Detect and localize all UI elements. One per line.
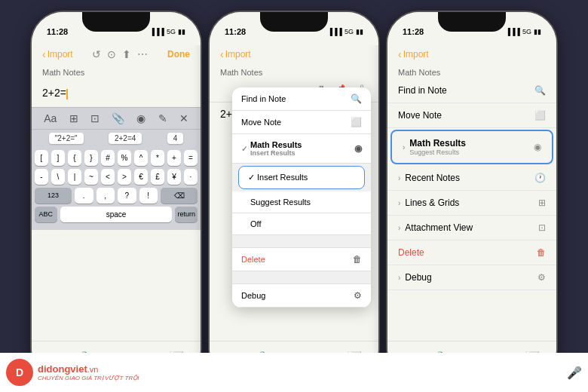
- nav-done-1[interactable]: Done: [167, 49, 190, 60]
- nav-icon-upload[interactable]: ⬆: [122, 48, 131, 60]
- menu-divider2-2: [232, 271, 371, 284]
- key-abc[interactable]: ABC: [35, 207, 57, 222]
- brand-slogan: CHUYÊN GIAO GIÁ TRỊ VƯỢT TRỘI: [38, 375, 139, 381]
- brand-bar: D didongviet.vn CHUYÊN GIAO GIÁ TRỊ VƯỢT…: [0, 353, 588, 392]
- key-pipe[interactable]: |: [68, 169, 81, 185]
- key-brace-close[interactable]: }: [84, 150, 98, 166]
- toolbar-attach[interactable]: 📎: [112, 112, 124, 124]
- signal-icon-2: ▐▐▐: [328, 28, 342, 35]
- key-123[interactable]: 123: [35, 188, 72, 204]
- signal-icon-3: ▐▐▐: [506, 28, 520, 35]
- back-label-2: Import: [225, 49, 251, 60]
- menu-move-note[interactable]: Move Note ⬜: [232, 111, 371, 134]
- key-backslash[interactable]: \: [51, 169, 65, 185]
- toolbar-aa[interactable]: Aa: [44, 112, 57, 124]
- toolbar-close[interactable]: ✕: [179, 112, 188, 124]
- menu-suggest-results[interactable]: Suggest Results: [232, 191, 371, 213]
- side-menu-3: Find in Note 🔍 Move Note ⬜ › Math Result…: [387, 78, 556, 341]
- key-caret[interactable]: ^: [134, 150, 148, 166]
- keyboard-1: [ ] { } # % ^ * + = - \ | ~ < > € £ ¥: [32, 147, 201, 230]
- key-exclaim[interactable]: !: [139, 188, 158, 204]
- toolbar-table[interactable]: ⊞: [69, 112, 78, 124]
- battery-icon-1: ▮▮: [178, 28, 185, 35]
- key-question[interactable]: ?: [118, 188, 136, 204]
- key-dot[interactable]: .: [75, 188, 93, 204]
- side-delete[interactable]: Delete 🗑: [387, 240, 556, 265]
- back-arrow-1: ‹: [42, 48, 46, 60]
- search-icon-2: 🔍: [351, 93, 362, 104]
- toolbar-scribble[interactable]: ✎: [158, 112, 167, 124]
- key-pound[interactable]: £: [151, 169, 164, 185]
- side-attachment-view[interactable]: › Attachment View ⊡: [387, 216, 556, 240]
- key-comma[interactable]: ,: [96, 188, 115, 204]
- attachment-view-label: Attachment View: [405, 222, 473, 233]
- key-row-4: ABC space return: [35, 207, 198, 222]
- key-return[interactable]: return: [175, 207, 198, 222]
- side-math-results[interactable]: › Math Results Suggest Results ◉: [390, 130, 553, 164]
- key-delete[interactable]: ⌫: [161, 188, 198, 204]
- key-gt[interactable]: >: [118, 169, 131, 185]
- side-lines-grids[interactable]: › Lines & Grids ⊞: [387, 191, 556, 216]
- suggestion-3[interactable]: 4: [167, 133, 184, 144]
- key-space[interactable]: space: [60, 207, 173, 222]
- wifi-icon-3: 5G: [522, 28, 531, 35]
- key-hash[interactable]: #: [101, 150, 115, 166]
- nav-icon-rotate[interactable]: ↺: [92, 48, 101, 60]
- key-bullet[interactable]: ·: [184, 169, 198, 185]
- menu-find-note[interactable]: Find in Note 🔍: [232, 87, 371, 111]
- math-results-label: Math Results: [409, 138, 466, 149]
- delete-label-3: Delete: [398, 247, 424, 258]
- note-title-1: Math Notes: [42, 68, 84, 77]
- note-title-2: Math Notes: [220, 68, 262, 77]
- key-bracket-close[interactable]: ]: [51, 150, 65, 166]
- key-tilde[interactable]: ~: [84, 169, 98, 185]
- key-brace-open[interactable]: {: [68, 150, 81, 166]
- menu-debug-2[interactable]: Debug ⚙: [232, 284, 371, 308]
- notch-3: [438, 12, 506, 32]
- debug-chevron-icon: ›: [398, 274, 400, 282]
- key-minus[interactable]: -: [35, 169, 48, 185]
- mic-icon[interactable]: 🎤: [567, 366, 582, 380]
- wifi-icon-2: 5G: [345, 28, 354, 35]
- toolbar-circle[interactable]: ◉: [136, 112, 145, 124]
- note-title-bar-1: Math Notes: [32, 63, 201, 81]
- key-percent[interactable]: %: [118, 150, 131, 166]
- recent-chevron-icon: ›: [398, 174, 400, 182]
- battery-icon-3: ▮▮: [534, 28, 541, 35]
- nav-back-1[interactable]: ‹ Import: [42, 48, 73, 60]
- suggestion-1[interactable]: "2+2=": [49, 133, 84, 144]
- key-bracket-open[interactable]: [: [35, 150, 48, 166]
- side-find-note[interactable]: Find in Note 🔍: [387, 78, 556, 103]
- note-title-bar-2: Math Notes: [210, 63, 378, 81]
- key-equals[interactable]: =: [184, 150, 198, 166]
- suggestion-2[interactable]: 2+2=4: [109, 133, 142, 144]
- nav-back-2[interactable]: ‹ Import: [220, 48, 251, 60]
- side-move-note[interactable]: Move Note ⬜: [387, 103, 556, 128]
- debug-label-3: Debug: [405, 272, 431, 283]
- side-recent-notes[interactable]: › Recent Notes 🕐: [387, 166, 556, 191]
- top-nav-2: ‹ Import: [210, 45, 378, 63]
- side-debug[interactable]: › Debug ⚙: [387, 265, 556, 290]
- key-yen[interactable]: ¥: [167, 169, 181, 185]
- math-icon-3: ◉: [534, 142, 541, 152]
- key-row-3: 123 . , ? ! ⌫: [35, 188, 198, 204]
- note-content-1[interactable]: 2+2=: [32, 81, 201, 104]
- key-plus[interactable]: +: [167, 150, 181, 166]
- nav-back-3[interactable]: ‹ Import: [398, 48, 429, 60]
- toolbar-1: Aa ⊞ ⊡ 📎 ◉ ✎ ✕: [32, 107, 201, 129]
- key-euro[interactable]: €: [134, 169, 148, 185]
- menu-math-results-2[interactable]: ✓ Math Results Insert Results ◉: [232, 134, 371, 164]
- top-nav-3: ‹ Import: [387, 45, 556, 63]
- menu-off[interactable]: Off: [232, 213, 371, 235]
- menu-insert-results[interactable]: ✓ Insert Results: [238, 166, 365, 189]
- menu-delete-2[interactable]: Delete 🗑: [232, 248, 371, 271]
- gear-icon-2: ⚙: [354, 290, 362, 301]
- nav-icon-share[interactable]: ⊙: [107, 48, 116, 60]
- key-star[interactable]: *: [151, 150, 164, 166]
- phone-2: 11:28 ▐▐▐ 5G ▮▮ ‹ Import Math Notes ⊠ Sc…: [208, 11, 380, 381]
- key-lt[interactable]: <: [101, 169, 115, 185]
- chevron-down-icon: ✓: [241, 145, 247, 153]
- toolbar-grid[interactable]: ⊡: [90, 112, 100, 124]
- nav-icon-more[interactable]: ⋯: [137, 48, 148, 60]
- attach-icon-3: ⊡: [538, 222, 546, 233]
